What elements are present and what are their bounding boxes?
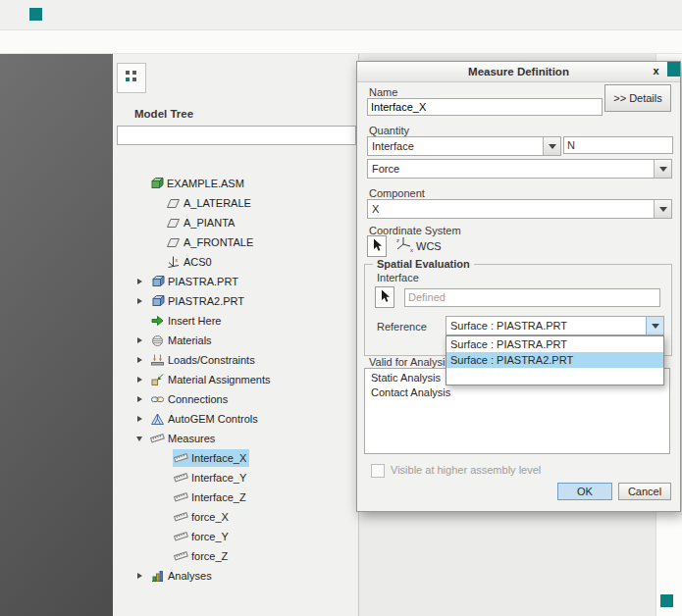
tree-item-content: Interface_X — [173, 449, 249, 467]
cancel-button[interactable]: Cancel — [618, 483, 671, 500]
tree-item-interface-x[interactable]: Interface_X — [113, 448, 358, 468]
tree-item-autogem-controls[interactable]: AutoGEM Controls — [113, 409, 358, 429]
dialog-title: Measure Definition — [357, 62, 680, 82]
expander-spacer — [134, 311, 149, 331]
ok-button[interactable]: OK — [557, 483, 612, 500]
interface-select-button[interactable] — [375, 286, 394, 308]
tree-item-content: A_FRONTALE — [165, 233, 256, 251]
tree-item-label: PIASTRA.PRT — [168, 276, 238, 287]
tree-item-acs0[interactable]: xACS0 — [113, 252, 358, 272]
analysis-type-item: Contact Analysis — [365, 385, 669, 400]
tree-item-a-laterale[interactable]: A_LATERALE — [113, 193, 358, 213]
tree-item-material-assignments[interactable]: Material Assignments — [113, 370, 358, 389]
chevron-down-icon[interactable] — [654, 160, 671, 178]
tree-item-loads-constraints[interactable]: Loads/Constraints — [113, 350, 358, 370]
tree-item-content: Measures — [149, 430, 218, 447]
reference-option[interactable]: Surface : PIASTRA.PRT — [446, 336, 663, 352]
expand-icon[interactable] — [134, 350, 149, 370]
tree-item-label: force_X — [191, 511, 229, 523]
top-toolbar — [0, 0, 682, 30]
accent-chip-icon — [667, 62, 680, 77]
tree-item-a-frontale[interactable]: A_FRONTALE — [113, 232, 358, 252]
tree-item-analyses[interactable]: Analyses — [113, 566, 358, 586]
tree-item-content: force_X — [173, 508, 232, 526]
svg-text:z: z — [396, 237, 399, 243]
select-arrow-icon — [378, 288, 392, 306]
component-label: Component — [369, 187, 425, 199]
tree-item-label: A_FRONTALE — [184, 236, 253, 248]
tree-columns-icon — [124, 69, 139, 88]
quantity-select[interactable]: Interface — [367, 136, 561, 156]
tree-item-content: xACS0 — [165, 253, 215, 271]
tree-item-force-y[interactable]: force_Y — [113, 527, 358, 546]
close-icon[interactable]: x — [650, 65, 662, 77]
tree-item-piastra-prt[interactable]: PIASTRA.PRT — [113, 272, 358, 291]
visible-checkbox-label: Visible at higher assembly level — [391, 464, 541, 476]
tree-item-label: AutoGEM Controls — [168, 413, 258, 425]
quantity-units-field[interactable]: N — [563, 136, 673, 154]
tree-item-materials[interactable]: Materials — [113, 331, 358, 350]
select-arrow-icon — [370, 237, 384, 255]
svg-text:x: x — [176, 257, 179, 263]
tree-item-label: EXAMPLE.ASM — [167, 178, 244, 189]
tree-item-example-asm[interactable]: EXAMPLE.ASM — [113, 174, 358, 193]
expand-icon[interactable] — [134, 291, 149, 311]
expand-icon[interactable] — [134, 272, 149, 291]
chevron-down-icon[interactable] — [654, 200, 671, 218]
reference-option[interactable]: Surface : PIASTRA2.PRT — [446, 352, 663, 368]
expand-icon[interactable] — [134, 409, 149, 429]
chevron-down-icon[interactable] — [543, 137, 560, 155]
quantity-label: Quantity — [369, 125, 409, 136]
graphics-area-left — [0, 54, 113, 616]
tree-item-connections[interactable]: Connections — [113, 389, 358, 409]
materials-icon — [150, 334, 165, 347]
tree-item-measures[interactable]: Measures — [113, 429, 358, 448]
csys-select-button[interactable] — [367, 235, 387, 257]
model-tree-filter-input[interactable] — [117, 126, 356, 145]
valid-analysis-label: Valid for Analysis — [369, 356, 450, 368]
tree-item-label: Interface_Y — [191, 472, 246, 484]
tree-item-label: Connections — [168, 393, 228, 405]
tree-item-piastra2-prt[interactable]: PIASTRA2.PRT — [113, 291, 358, 311]
part-icon — [150, 294, 165, 308]
model-tree-title: Model Tree — [134, 108, 193, 120]
tree-item-force-z[interactable]: force_Z — [113, 546, 358, 566]
expand-icon[interactable] — [134, 331, 149, 350]
expand-icon[interactable] — [134, 389, 149, 409]
quantity-type-select[interactable]: Force — [367, 159, 672, 179]
tree-item-content: Insert Here — [149, 312, 224, 330]
tree-item-content: Interface_Z — [173, 488, 249, 506]
autogem-icon — [150, 412, 165, 426]
collapse-icon[interactable] — [134, 429, 149, 448]
tree-item-interface-y[interactable]: Interface_Y — [113, 468, 358, 488]
measure-icon — [174, 530, 188, 543]
component-select[interactable]: X — [367, 199, 672, 219]
tree-item-content: EXAMPLE.ASM — [148, 175, 247, 192]
details-button[interactable]: >> Details — [604, 84, 671, 112]
expand-icon[interactable] — [134, 370, 149, 389]
visible-checkbox — [371, 464, 385, 478]
wcs-axes-icon: zx — [394, 234, 414, 256]
tree-item-label: Insert Here — [168, 315, 221, 327]
tree-item-label: A_LATERALE — [184, 197, 251, 209]
insert-arrow-icon — [150, 314, 165, 328]
tree-item-label: Materials — [168, 334, 212, 346]
measure-icon — [174, 451, 188, 465]
tree-item-label: Analyses — [168, 570, 212, 582]
tree-item-label: Interface_Z — [191, 491, 246, 503]
model-tree-list: EXAMPLE.ASMA_LATERALEA_PIANTAA_FRONTALEx… — [113, 174, 358, 586]
model-tree-tab-button[interactable] — [117, 63, 146, 93]
tree-item-content: Loads/Constraints — [149, 351, 258, 369]
tree-item-insert-here[interactable]: Insert Here — [113, 311, 358, 331]
tree-item-label: PIASTRA2.PRT — [168, 295, 244, 307]
tree-item-label: Loads/Constraints — [168, 354, 255, 366]
reference-select[interactable]: Surface : PIASTRA.PRT — [446, 316, 664, 335]
name-input[interactable] — [367, 98, 603, 116]
tree-item-a-pianta[interactable]: A_PIANTA — [113, 213, 358, 232]
tree-item-interface-z[interactable]: Interface_Z — [113, 488, 358, 507]
interface-label: Interface — [377, 272, 419, 283]
tree-item-force-x[interactable]: force_X — [113, 507, 358, 527]
chevron-down-icon[interactable] — [646, 317, 663, 334]
expand-icon[interactable] — [134, 566, 149, 586]
analyses-icon — [150, 569, 165, 583]
